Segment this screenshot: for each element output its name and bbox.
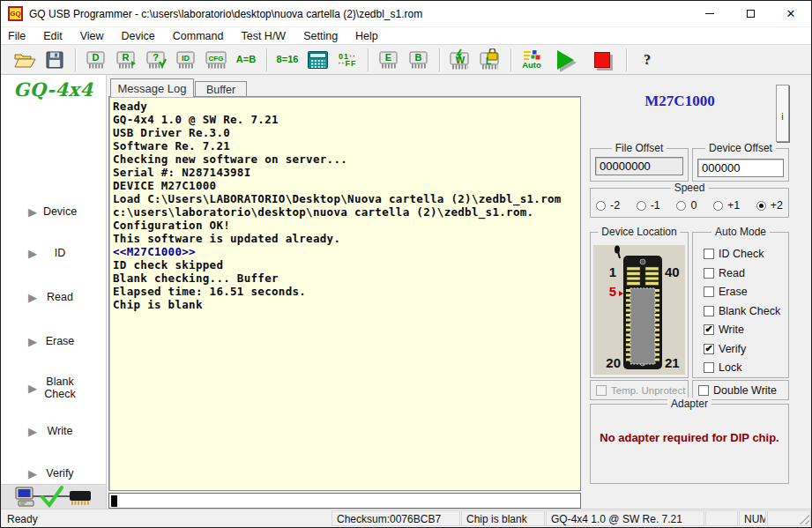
log-line: Configuration OK! [113,219,580,232]
window-controls: ✕ [689,1,811,26]
stop-icon [594,52,610,68]
toolbar-separator [439,48,440,71]
auto-mode-erase[interactable]: Erase [704,286,780,298]
auto-mode-write[interactable]: Write [704,323,780,336]
chip-read-icon: R [114,48,138,71]
log-line: Serial #: N28714398I [113,166,580,179]
speed-option-plus1[interactable]: +1 [713,199,740,212]
open-file-button[interactable] [10,47,40,73]
auto-mode-lock[interactable]: Lock [704,361,780,374]
select-device-button[interactable]: D [81,47,111,73]
arrow-icon: ▶ [28,248,37,259]
chip-lock-icon: L [477,48,503,71]
toolbar-separator [368,48,369,71]
write-chip-button[interactable]: W [445,47,475,73]
device-offset-group: Device Offset 000000 [692,148,789,182]
tab-message-log[interactable]: Message Log [110,78,194,97]
sidebar-item-id[interactable]: ▶ ID [1,244,106,262]
toolbar: D R ? ID [1,44,811,75]
arrow-icon: ▶ [28,206,37,218]
speed-option-minus1[interactable]: -1 [637,199,660,212]
checkbox-icon [704,344,714,354]
run-button[interactable] [547,47,584,73]
read-chip-button[interactable]: R [111,47,141,73]
chip-id-icon: ID [174,48,198,71]
zif-socket-image: 1 40 5 20 21 [593,245,685,378]
status-checksum: Checksum:0076BCB7 [332,510,460,526]
sidebar-item-write[interactable]: ▶ Write [1,422,106,440]
connection-status-strip [1,484,106,509]
config-button[interactable]: CFG [201,47,231,73]
stop-button[interactable] [584,47,621,73]
lock-chip-button[interactable]: L [475,47,505,73]
swap-8-16-button[interactable]: 8=16 [272,47,302,73]
sidebar-item-label: Write [37,425,83,437]
calculator-button[interactable] [302,47,332,73]
maximize-icon [747,10,755,18]
command-input[interactable] [108,493,581,509]
device-offset-field[interactable]: 000000 [697,159,784,177]
id-check-button[interactable]: ID [171,47,201,73]
svg-text:R: R [123,52,130,63]
sidebar-item-label: Verify [37,467,83,480]
radio-icon [713,201,723,211]
maximize-button[interactable] [730,1,771,26]
log-line: c:\users\laboratorio\desktop\nuova carte… [113,205,580,219]
menu-help[interactable]: Help [346,30,387,42]
erase-chip-button[interactable]: E [374,47,404,73]
auto-mode-id-check[interactable]: ID Check [704,248,780,260]
double-write-checkbox[interactable]: Double Write [698,384,777,397]
speed-group: Speed -2 -1 0 +1 +2 [590,188,789,218]
minimize-button[interactable] [689,1,730,26]
help-button[interactable]: ? [632,47,662,73]
menu-file[interactable]: File [1,30,34,42]
sidebar-item-read[interactable]: ▶ Read [1,288,106,306]
verify-chip-button[interactable]: ? [141,47,171,73]
chip-device-icon: D [84,48,108,71]
auto-mode-verify[interactable]: Verify [704,343,780,355]
sidebar-item-blank-check[interactable]: ▶ Blank Check [1,379,106,397]
close-button[interactable]: ✕ [771,1,811,26]
speed-option-plus2[interactable]: +2 [756,199,783,212]
auto-mode-group: Auto Mode ID Check Read Erase Blank Chec… [692,232,789,378]
tab-buffer[interactable]: Buffer [195,81,247,97]
checkbox-icon [704,268,714,279]
adapter-group: Adapter No adapter required for DIP chip… [590,404,789,484]
menu-command[interactable]: Command [164,30,233,42]
toolbar-separator [510,48,511,71]
menu-test-hw[interactable]: Test H/W [232,30,294,42]
temp-unprotect-checkbox: Temp. Unprotect [596,385,685,396]
menu-setting[interactable]: Setting [294,30,346,42]
radio-icon [637,201,646,211]
calculator-icon [307,50,329,70]
resize-grip[interactable] [798,513,809,524]
auto-mode-button[interactable]: Auto [517,47,547,73]
device-location-label: Device Location [598,226,680,238]
save-button[interactable] [40,47,70,73]
menu-edit[interactable]: Edit [34,30,71,42]
sidebar-item-label: Device [37,205,83,218]
auto-mode-read[interactable]: Read [704,267,780,279]
checkbox-label: Blank Check [719,305,780,317]
app-window: GQ GQ USB Programmer - c:\users\laborato… [0,0,812,528]
status-spare [705,510,738,526]
fill-buffer-button[interactable]: 01·· ··FF [332,47,362,73]
status-num-lock: NUM [739,510,766,526]
menu-view[interactable]: View [71,30,113,42]
compare-icon: A=B [236,55,256,64]
blank-check-button[interactable]: B [404,47,434,73]
speed-option-0[interactable]: 0 [676,199,697,212]
chip-write-icon: W [447,48,473,71]
speed-option-minus2[interactable]: -2 [596,199,620,212]
device-info-button[interactable]: i [776,85,789,142]
device-location-group: Device Location 1 40 [590,232,689,378]
auto-mode-blank-check[interactable]: Blank Check [704,305,780,317]
status-device-version: GQ-4x4 1.0 @ SW Re. 7.21 [546,510,704,526]
chip-erase-icon: E [376,48,401,71]
sidebar-item-device[interactable]: ▶ Device [1,203,106,220]
minimize-icon [705,13,714,14]
sidebar-item-verify[interactable]: ▶ Verify [1,465,106,482]
menu-device[interactable]: Device [113,30,164,42]
sidebar-item-erase[interactable]: ▶ Erase [1,332,106,350]
compare-buffer-button[interactable]: A=B [231,47,261,73]
